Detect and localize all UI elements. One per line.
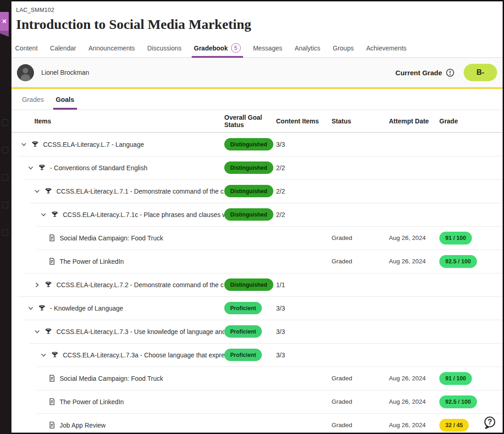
chevron-down-icon[interactable] (34, 328, 40, 335)
table-row[interactable]: Social Media Campaign: Food Truck Graded… (11, 226, 503, 250)
content-items-count: 3/3 (276, 351, 332, 359)
row-name-cell: CCSS.ELA-Literacy.L.7.3a - Choose langua… (11, 351, 224, 359)
table-row[interactable]: The Power of LinkedIn Graded Aug 26, 202… (11, 250, 503, 273)
current-grade-group: Current Grade B- (395, 64, 497, 81)
nav-tab-label: Groups (333, 45, 354, 52)
row-name-cell: CCSS.ELA-Literacy.L.7.2 - Demonstrate co… (11, 281, 224, 289)
row-label[interactable]: CCSS.ELA-Literacy.L.7.3 - Use knowledge … (56, 328, 224, 335)
nav-tab-label: Gradebook (194, 45, 228, 52)
row-name-cell: CCSS.ELA-Literacy.L.7.1c - Place phrases… (11, 211, 224, 218)
content-items-count: 2/2 (276, 211, 332, 218)
table-row[interactable]: Social Media Campaign: Food Truck Graded… (11, 367, 503, 390)
column-header: Items (11, 117, 224, 125)
column-header: Grade (439, 117, 503, 125)
row-name-cell: CCSS.ELA-Literacy.L.7.3 - Use knowledge … (11, 328, 224, 335)
grade-pill[interactable]: 91 / 100 (439, 232, 472, 245)
content-items-count: 3/3 (276, 305, 332, 312)
goal-status-badge: Proficient (224, 302, 262, 314)
column-header: Content Items (276, 117, 332, 125)
row-name-cell: Social Media Campaign: Food Truck (11, 234, 224, 242)
table-row[interactable]: CCSS.ELA-Literacy.L.7.3 - Use knowledge … (11, 320, 503, 343)
goal-status-badge: Distinguished (224, 278, 273, 291)
chevron-down-icon[interactable] (34, 188, 40, 195)
goal-status-badge: Proficient (224, 349, 262, 361)
table-row[interactable]: - Conventions of Standard English Distin… (11, 156, 503, 179)
subtab[interactable]: Grades (22, 89, 44, 110)
row-label[interactable]: The Power of LinkedIn (60, 398, 124, 406)
row-divider (17, 296, 503, 297)
row-label[interactable]: Social Media Campaign: Food Truck (60, 234, 163, 242)
row-divider (30, 343, 503, 344)
attempt-date: Aug 26, 2024 (389, 258, 439, 265)
grade-pill[interactable]: 32 / 45 (439, 419, 469, 432)
help-button[interactable]: ? (482, 415, 497, 430)
background-icon (2, 202, 8, 208)
row-label[interactable]: CCSS.ELA-Literacy.L.7.1c - Place phrases… (63, 211, 224, 218)
column-header: Status (332, 117, 389, 125)
row-label[interactable]: CCSS.ELA-Literacy.L.7.3a - Choose langua… (63, 351, 224, 359)
table-row[interactable]: CCSS.ELA-Literacy.L.7.1 - Demonstrate co… (11, 179, 503, 203)
row-label[interactable]: - Knowledge of Language (50, 305, 123, 312)
chevron-down-icon[interactable] (21, 141, 27, 148)
nav-tab[interactable]: Calendar (50, 39, 76, 57)
row-label[interactable]: CCSS.ELA-Literacy.L.7.1 - Demonstrate co… (56, 188, 224, 195)
row-label[interactable]: CCSS.ELA-Literacy.L.7.2 - Demonstrate co… (56, 281, 224, 289)
grade-pill[interactable]: 92.5 / 100 (439, 255, 477, 268)
table-row[interactable]: CCSS.ELA-Literacy.L.7 - Language Disting… (11, 133, 503, 156)
content-items-count: 2/2 (276, 188, 332, 195)
current-grade-pill[interactable]: B- (464, 64, 497, 81)
nav-tab-label: Messages (253, 45, 282, 52)
item-status: Graded (332, 375, 389, 382)
row-divider (37, 367, 503, 367)
nav-tab[interactable]: Messages (253, 39, 282, 57)
chevron-down-icon[interactable] (40, 211, 47, 218)
attempt-date: Aug 26, 2024 (389, 398, 439, 405)
row-divider (17, 156, 503, 156)
nav-tab[interactable]: Gradebook 5 (194, 39, 241, 57)
row-label[interactable]: CCSS.ELA-Literacy.L.7 - Language (43, 141, 144, 148)
table-row[interactable]: - Knowledge of Language Proficient 3/3 (11, 296, 503, 320)
page-title: Introduction to Social Media Marketing (16, 17, 503, 32)
info-icon[interactable] (446, 68, 454, 77)
goal-trophy-icon (38, 164, 46, 172)
row-label[interactable]: Social Media Campaign: Food Truck (60, 375, 163, 382)
nav-tab[interactable]: Content (15, 39, 38, 57)
table-row[interactable]: CCSS.ELA-Literacy.L.7.2 - Demonstrate co… (11, 273, 503, 296)
question-bubble-icon: ? (483, 416, 497, 429)
row-name-cell: CCSS.ELA-Literacy.L.7.1 - Demonstrate co… (11, 187, 224, 195)
nav-tab[interactable]: Achievements (366, 39, 406, 57)
nav-tab[interactable]: Announcements (89, 39, 135, 57)
nav-tab[interactable]: Discussions (147, 39, 182, 57)
content-items-count: 2/2 (276, 164, 332, 172)
nav-tab[interactable]: Analytics (294, 39, 320, 57)
table-row[interactable]: The Power of LinkedIn Graded Aug 26, 202… (11, 390, 503, 413)
chevron-down-icon[interactable] (40, 352, 47, 358)
subtab[interactable]: Goals (56, 89, 74, 110)
background-icon (2, 119, 8, 126)
row-name-cell: - Knowledge of Language (11, 304, 224, 312)
row-divider (37, 413, 503, 414)
panel-close-button[interactable]: ✕ (0, 12, 9, 31)
chevron-down-icon[interactable] (34, 282, 40, 288)
item-status: Graded (332, 258, 389, 265)
document-icon (48, 257, 55, 265)
document-icon (48, 421, 55, 429)
grade-pill[interactable]: 92.5 / 100 (439, 395, 477, 408)
grade-pill[interactable]: 91 / 100 (439, 372, 472, 385)
table-row[interactable]: CCSS.ELA-Literacy.L.7.3a - Choose langua… (11, 343, 503, 367)
nav-tab[interactable]: Groups (333, 39, 354, 57)
chevron-down-icon[interactable] (28, 305, 34, 312)
row-divider (37, 390, 503, 390)
background-icon (2, 147, 8, 153)
row-label[interactable]: The Power of LinkedIn (60, 258, 124, 265)
chevron-down-icon[interactable] (28, 165, 34, 171)
row-label[interactable]: Job App Review (60, 422, 105, 429)
row-divider (23, 179, 503, 180)
avatar (17, 64, 34, 81)
row-label[interactable]: - Conventions of Standard English (50, 164, 147, 172)
table-row[interactable]: Job App Review Graded Aug 26, 2024 32 / … (11, 413, 503, 433)
grades-goals-tabs: Grades Goals (11, 89, 503, 110)
attempt-date: Aug 26, 2024 (389, 422, 439, 428)
goal-status-badge: Distinguished (224, 185, 273, 197)
table-row[interactable]: CCSS.ELA-Literacy.L.7.1c - Place phrases… (11, 203, 503, 226)
